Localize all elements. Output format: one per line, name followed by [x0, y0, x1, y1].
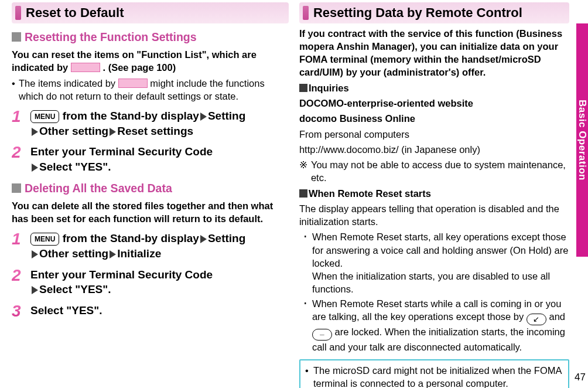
dot-icon: ･	[303, 230, 312, 295]
docomo-business-online: docomo Business Online	[299, 112, 569, 125]
intro-line1: You can reset the items on "Function Lis…	[12, 49, 257, 60]
step-number: 3	[12, 303, 30, 319]
triangle-icon	[32, 128, 38, 136]
step-3-initialize: 3 Select "YES".	[12, 303, 289, 319]
square-marker-icon	[12, 32, 21, 42]
docomo-url: http://www.docomo.biz/ (in Japanese only…	[299, 143, 569, 156]
info-box: • The microSD card might not be initiali…	[299, 359, 569, 388]
triangle-icon	[32, 164, 38, 172]
kome-mark-icon: ※	[299, 158, 311, 185]
step-body: MENU from the Stand-by displaySetting Ot…	[30, 231, 289, 261]
step-text: Reset settings	[117, 125, 193, 137]
step-text: Other setting	[39, 125, 108, 137]
step-text: Initialize	[117, 247, 161, 260]
step-number: 2	[12, 144, 30, 174]
step-text: Other setting	[39, 247, 108, 260]
step-text: from the Stand-by display	[63, 110, 199, 122]
step-1-initialize: 1 MENU from the Stand-by displaySetting …	[12, 231, 289, 261]
from-pc: From personal computers	[299, 128, 569, 141]
step-1-reset: 1 MENU from the Stand-by displaySetting …	[12, 108, 289, 138]
step-number: 2	[12, 267, 30, 297]
note1-text: When Remote Reset starts, all key operat…	[312, 232, 568, 268]
heading-remote-control: Resetting Data by Remote Control	[299, 2, 569, 23]
step-2-reset: 2 Enter your Terminal Security Code Sele…	[12, 144, 289, 174]
step-text: Select "YES".	[39, 283, 111, 295]
subheading-reset-function: Resetting the Function Settings	[12, 29, 289, 45]
note-row: ･ When Remote Reset starts while a call …	[303, 297, 569, 353]
bullet-dot: •	[305, 364, 313, 388]
note1b-text: When the initialization starts, you are …	[312, 271, 550, 294]
note2b-text: and	[549, 311, 565, 322]
step-text: from the Stand-by display	[63, 232, 199, 244]
step-body: MENU from the Stand-by displaySetting Ot…	[30, 108, 289, 138]
note2c-text: are locked. When the initialization star…	[312, 326, 565, 352]
note-text: When Remote Reset starts, all key operat…	[312, 230, 569, 295]
inquiries-line: Inquiries	[299, 81, 569, 94]
square-marker-icon	[299, 189, 307, 198]
intro-delete-all: You can delete all the stored files toge…	[12, 199, 289, 226]
step-body: Select "YES".	[30, 303, 289, 319]
step-2-initialize: 2 Enter your Terminal Security Code Sele…	[12, 267, 289, 297]
step-body: Enter your Terminal Security Code Select…	[30, 144, 289, 174]
color-swatch-icon	[71, 63, 100, 72]
note-text: When Remote Reset starts while a call is…	[312, 297, 569, 353]
step-number: 1	[12, 108, 30, 138]
step-text: Enter your Terminal Security Code	[30, 145, 213, 158]
heading-reset-default: Reset to Default	[12, 2, 289, 23]
intro-remote: If you contract with the service of this…	[299, 27, 569, 79]
intro-reset-function: You can reset the items on "Function Lis…	[12, 48, 289, 74]
bullet-text-a: The items indicated by	[19, 78, 115, 89]
inquiries-label: Inquiries	[309, 83, 349, 93]
triangle-icon	[110, 250, 116, 258]
page-content: Reset to Default Resetting the Function …	[0, 0, 588, 388]
bullet-note: • The items indicated by might include t…	[12, 77, 289, 103]
triangle-icon	[110, 128, 116, 136]
step-text: Select "YES".	[30, 304, 102, 316]
heading-text: Resetting Data by Remote Control	[313, 4, 522, 22]
kome-text: You may not be able to access due to sys…	[311, 158, 569, 185]
page-number: 47	[575, 371, 586, 384]
step-number: 1	[12, 231, 30, 261]
heading-accent-bar	[15, 6, 21, 20]
intro-line2b: . (See page 100)	[102, 62, 176, 73]
info-box-text: The microSD card might not be initialize…	[313, 364, 563, 388]
left-column: Reset to Default Resetting the Function …	[12, 0, 289, 388]
docomo-website: DOCOMO-enterprise-oriented website	[299, 97, 569, 110]
heading-accent-bar	[303, 6, 309, 20]
triangle-icon	[200, 235, 207, 243]
square-marker-icon	[299, 84, 307, 92]
triangle-icon	[32, 250, 38, 258]
when-remote-label: When Remote Reset starts	[299, 187, 569, 200]
bullet-dot: •	[12, 77, 19, 103]
subheading-text: Deleting All the Saved Data	[25, 181, 172, 196]
kome-note: ※ You may not be able to access due to s…	[299, 158, 569, 185]
end-key-icon: ⏤	[312, 329, 332, 341]
bullet-text: The items indicated by might include the…	[19, 77, 289, 103]
heading-text: Reset to Default	[26, 4, 124, 22]
note-list: ･ When Remote Reset starts, all key oper…	[303, 230, 569, 353]
call-key-icon: ↙	[527, 314, 546, 325]
when-label: When Remote Reset starts	[309, 188, 431, 199]
triangle-icon	[32, 286, 38, 294]
side-tab-label: Basic Operation	[576, 100, 588, 181]
step-text: Setting	[208, 232, 245, 244]
note2a-text: When Remote Reset starts while a call is…	[312, 298, 562, 322]
subheading-text: Resetting the Function Settings	[25, 29, 197, 45]
right-column: Resetting Data by Remote Control If you …	[299, 0, 576, 388]
side-tab: Basic Operation	[576, 23, 588, 257]
when-remote-text: The display appears telling that operati…	[299, 202, 569, 229]
step-body: Enter your Terminal Security Code Select…	[30, 267, 289, 297]
dot-icon: ･	[303, 297, 312, 353]
triangle-icon	[200, 113, 207, 121]
menu-key-icon: MENU	[30, 110, 59, 123]
note-row: ･ When Remote Reset starts, all key oper…	[303, 230, 569, 295]
step-text: Setting	[208, 110, 245, 122]
step-text: Enter your Terminal Security Code	[30, 268, 213, 281]
menu-key-icon: MENU	[30, 233, 59, 246]
color-swatch-icon	[118, 79, 148, 88]
step-text: Select "YES".	[39, 161, 111, 173]
intro-line2a: indicated by	[12, 62, 68, 73]
subheading-delete-all: Deleting All the Saved Data	[12, 181, 289, 196]
square-marker-icon	[12, 183, 21, 193]
